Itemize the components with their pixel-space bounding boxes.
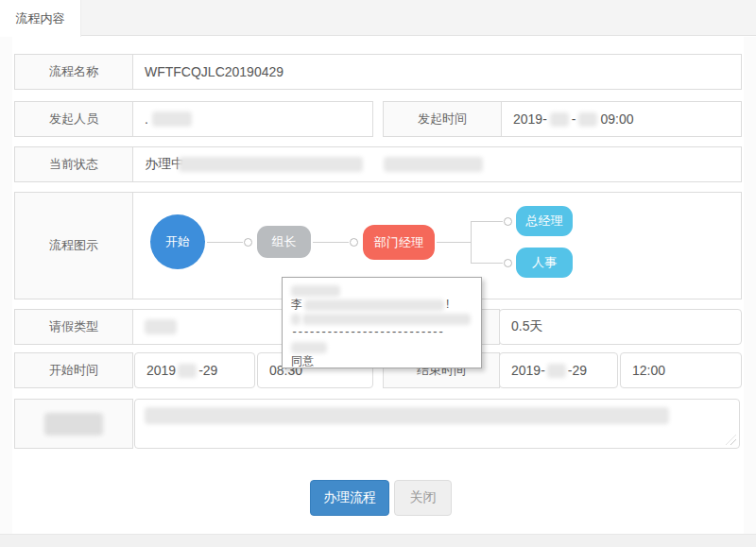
initiator-visible-text: . [145,111,148,127]
process-flow-button[interactable]: 办理流程 [310,480,389,516]
redacted-leave-type [145,319,177,334]
redacted-start-month [178,364,197,378]
redacted-popup-name [304,299,444,311]
end-time-input[interactable]: 12:00 [620,352,742,388]
popup-decision-text: 同意 [291,354,314,368]
redacted-popup-line5 [291,342,327,353]
approval-tooltip: 李 ! -------------------------- 同意 [282,277,482,368]
field-value-initiate-time: 2019- - 09:00 [501,101,742,137]
field-label-status: 当前状态 [14,146,133,182]
field-value-process-name: WFTFCQJLC20190429 [132,54,742,90]
left-gutter [0,37,12,534]
node-dept-manager[interactable]: 部门经理 [363,225,435,260]
initiate-time-part2: - [572,111,576,127]
start-date-part2: -29 [198,363,217,378]
tab-bar: 流程内容 [0,0,756,36]
footer-strip [0,534,756,547]
start-date-input[interactable]: 2019 -29 [134,352,255,388]
tab-process-content[interactable]: 流程内容 [0,0,81,37]
redacted-end-month [547,364,566,378]
popup-name-prefix: 李 [291,298,302,312]
popup-divider: -------------------------- [291,326,443,340]
redacted-popup-line3 [302,314,471,325]
field-label-leave-type: 请假类型 [14,309,133,345]
branch-line [471,221,472,263]
process-dialog: 流程内容 流程名称 WFTFCQJLC20190429 发起人员 . 发起时间 … [0,0,756,547]
redacted-status-1 [179,157,363,172]
end-date-input[interactable]: 2019- -29 [499,352,618,388]
field-label-diagram: 流程图示 [14,192,133,299]
redacted-reason-label [44,413,103,436]
node-team-leader[interactable]: 组长 [257,226,311,258]
connector-line [313,242,349,243]
duration-input[interactable]: 0.5天 [499,309,742,345]
connector-dot [244,238,252,247]
connector-dot [504,217,512,226]
field-label-process-name: 流程名称 [14,54,133,90]
close-button[interactable]: 关闭 [394,480,452,516]
field-label-reason [14,399,133,449]
redacted-day [578,112,597,127]
connector-dot [504,259,512,267]
start-date-part1: 2019 [146,363,176,378]
node-hr[interactable]: 人事 [516,248,573,278]
redacted-initiator [152,111,192,127]
field-label-start-time: 开始时间 [14,352,133,388]
field-value-status: 办理中 [132,146,742,182]
popup-name-suffix: ! [446,298,449,312]
connector-line [437,242,471,243]
field-label-initiator: 发起人员 [14,101,133,137]
redacted-popup-char [291,314,301,325]
connector-line [471,263,503,264]
end-date-part2: -29 [568,363,587,378]
initiate-time-part1: 2019- [513,111,547,127]
node-start[interactable]: 开始 [150,214,205,269]
redacted-month [550,112,569,127]
right-gutter [744,37,756,534]
end-date-part1: 2019- [511,363,545,378]
connector-line [471,221,503,222]
connector-line [207,242,243,243]
connector-dot [350,238,358,247]
field-label-initiate-time: 发起时间 [383,101,502,137]
redacted-popup-line1 [291,285,340,297]
reason-textarea[interactable] [134,399,740,449]
initiate-time-part3: 09:00 [600,111,633,127]
field-value-initiator: . [132,101,373,137]
node-general-manager[interactable]: 总经理 [516,206,573,236]
redacted-reason-text [145,407,669,424]
resize-handle-icon[interactable] [726,435,736,445]
redacted-status-2 [384,157,483,172]
